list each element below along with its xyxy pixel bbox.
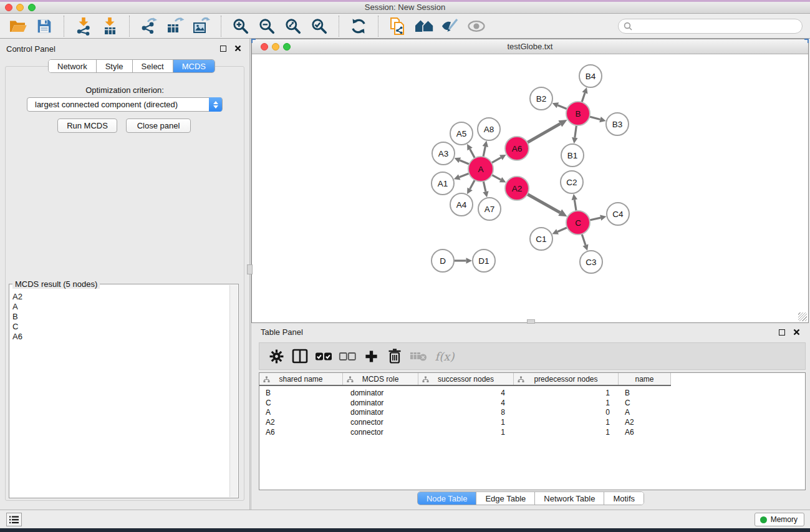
graph-edge-C-C3[interactable]	[582, 234, 586, 245]
graph-edge-B-B4[interactable]	[582, 93, 585, 102]
graph-edge-A2-C[interactable]	[528, 194, 561, 213]
tab-mcds[interactable]: MCDS	[173, 60, 215, 72]
mcds-result-item[interactable]: A2	[12, 292, 229, 302]
graph-node-C1[interactable]: C1	[530, 228, 552, 250]
graph-node-A8[interactable]: A8	[478, 118, 500, 140]
table-cell[interactable]: C	[259, 399, 343, 407]
table-cell[interactable]: B	[259, 389, 343, 397]
graph-node-A1[interactable]: A1	[432, 172, 454, 195]
table-row[interactable]: A6connector11A6	[259, 427, 805, 437]
show-columns-icon[interactable]	[291, 346, 309, 366]
mcds-result-item[interactable]: C	[12, 322, 229, 332]
houses-icon[interactable]	[414, 16, 434, 37]
table-cell[interactable]: 1	[514, 418, 619, 427]
graph-node-A5[interactable]: A5	[450, 122, 473, 145]
task-history-button[interactable]	[6, 513, 22, 526]
graph-edge-A-A2[interactable]	[492, 175, 501, 180]
tab-select[interactable]: Select	[132, 60, 173, 72]
table-cell[interactable]: A2	[259, 418, 343, 427]
table-row[interactable]: A2connector11A2	[259, 417, 805, 427]
import-network-icon[interactable]	[74, 16, 94, 37]
table-cell[interactable]: connector	[343, 418, 418, 427]
zoom-in-icon[interactable]	[231, 16, 251, 37]
tab-style[interactable]: Style	[96, 60, 132, 72]
optimization-criterion-dropdown[interactable]: largest connected component (directed)	[27, 97, 223, 112]
table-cell[interactable]: 8	[418, 408, 514, 417]
column-header-successor-nodes[interactable]: successor nodes	[418, 373, 514, 385]
save-session-icon[interactable]	[34, 16, 54, 37]
graph-edge-A-A1[interactable]	[460, 173, 470, 177]
select-all-checkboxes-icon[interactable]	[314, 346, 333, 366]
network-close-button[interactable]	[261, 43, 268, 51]
minimize-window-button[interactable]	[16, 4, 24, 11]
close-table-panel-icon[interactable]	[793, 329, 800, 336]
graph-edge-A-A4[interactable]	[470, 180, 475, 189]
resize-grip-icon[interactable]	[798, 312, 807, 321]
run-mcds-button[interactable]: Run MCDS	[57, 118, 117, 133]
zoom-selected-icon[interactable]	[309, 16, 329, 37]
float-table-panel-icon[interactable]	[779, 329, 785, 336]
table-cell[interactable]: dominator	[343, 408, 418, 417]
column-header-name[interactable]: name	[619, 373, 671, 385]
graph-node-A[interactable]: A	[468, 157, 493, 181]
deselect-checkboxes-icon[interactable]	[338, 346, 357, 366]
graph-edge-A-A8[interactable]	[483, 147, 485, 157]
close-panel-button[interactable]: Close panel	[126, 118, 191, 133]
graph-edge-C-C4[interactable]	[590, 218, 601, 220]
table-row[interactable]: Bdominator41B	[259, 388, 805, 398]
mcds-result-item[interactable]: B	[12, 312, 229, 322]
column-header-predecessor-nodes[interactable]: predecessor nodes	[514, 373, 619, 385]
zoom-window-button[interactable]	[28, 4, 36, 11]
birds-eye-icon[interactable]	[466, 16, 486, 37]
graph-node-C2[interactable]: C2	[561, 171, 583, 193]
graph-edge-A-A6[interactable]	[491, 158, 501, 163]
graph-node-A2[interactable]: A2	[505, 177, 529, 200]
tab-network[interactable]: Network	[49, 60, 96, 72]
graph-edge-B-B2[interactable]	[557, 105, 567, 109]
export-table-icon[interactable]	[165, 16, 185, 37]
graph-edge-A-A3[interactable]	[460, 160, 469, 164]
mcds-result-scrollbar[interactable]	[229, 285, 238, 497]
table-cell[interactable]: C	[619, 399, 671, 407]
graph-node-B3[interactable]: B3	[606, 113, 629, 135]
table-cell[interactable]: dominator	[343, 389, 418, 397]
table-cell[interactable]: A	[259, 408, 343, 417]
tab-edge-table[interactable]: Edge Table	[476, 492, 534, 505]
graph-node-C3[interactable]: C3	[580, 251, 602, 273]
close-window-button[interactable]	[5, 4, 12, 11]
graph-edge-A-A5[interactable]	[470, 149, 475, 158]
graph-edge-A6-B[interactable]	[527, 123, 560, 142]
table-cell[interactable]: 1	[514, 399, 619, 407]
table-cell[interactable]: 1	[418, 428, 514, 437]
table-cell[interactable]: A6	[259, 428, 343, 437]
tab-motifs[interactable]: Motifs	[604, 492, 644, 505]
zoom-fit-icon[interactable]	[283, 16, 303, 37]
network-canvas[interactable]: B4B2BB3A8A5A6A3B1AC2A1A2A4A7C4CC1DC3D1	[252, 55, 808, 322]
refresh-icon[interactable]	[349, 16, 369, 37]
tab-network-table[interactable]: Network Table	[534, 492, 604, 505]
graph-node-B2[interactable]: B2	[530, 87, 552, 110]
clone-network-icon[interactable]	[388, 16, 408, 37]
graph-node-B[interactable]: B	[566, 102, 590, 125]
graph-node-C[interactable]: C	[566, 211, 590, 235]
mcds-result-item[interactable]: A6	[12, 332, 229, 342]
table-cell[interactable]: dominator	[343, 399, 418, 407]
zoom-out-icon[interactable]	[257, 16, 277, 37]
graph-edge-C-C1[interactable]	[557, 228, 567, 232]
table-cell[interactable]: 1	[514, 389, 619, 397]
vertical-splitter-handle[interactable]	[247, 264, 253, 274]
network-graph[interactable]: B4B2BB3A8A5A6A3B1AC2A1A2A4A7C4CC1DC3D1	[252, 55, 808, 322]
table-cell[interactable]: 0	[514, 408, 619, 417]
graph-node-B1[interactable]: B1	[561, 144, 584, 167]
graph-node-A6[interactable]: A6	[505, 137, 529, 160]
graph-node-A3[interactable]: A3	[432, 142, 455, 165]
table-cell[interactable]: A6	[619, 428, 671, 437]
network-zoom-button[interactable]	[283, 43, 291, 51]
add-row-icon[interactable]	[362, 346, 380, 366]
table-cell[interactable]: 4	[418, 389, 514, 397]
memory-button[interactable]: Memory	[755, 513, 804, 526]
open-file-icon[interactable]	[8, 16, 28, 37]
graph-edge-A-A7[interactable]	[483, 181, 486, 192]
table-cell[interactable]: connector	[343, 428, 418, 437]
table-cell[interactable]: 1	[418, 418, 514, 427]
